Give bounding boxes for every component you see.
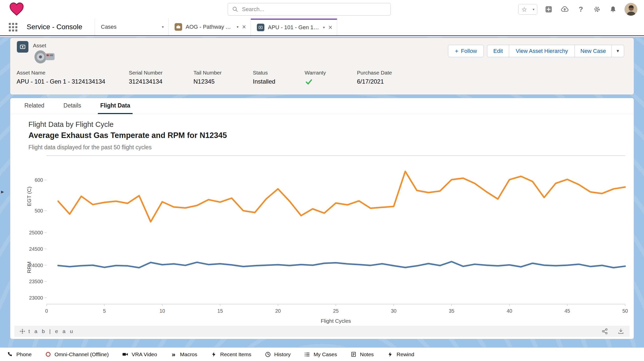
download-button[interactable] bbox=[617, 328, 625, 335]
field-purchase-date: Purchase Date 6/17/2021 bbox=[357, 70, 392, 85]
chevron-down-icon[interactable]: ▾ bbox=[237, 25, 239, 29]
svg-text:5: 5 bbox=[103, 308, 106, 314]
tableau-logo[interactable]: t a b | e a u bbox=[19, 328, 74, 334]
utility-label: Macros bbox=[180, 351, 197, 357]
global-search[interactable] bbox=[228, 3, 391, 16]
note-icon bbox=[350, 351, 357, 358]
setup-button[interactable] bbox=[592, 5, 602, 14]
field-value: APU - 101 - Gen 1 - 3124134134 bbox=[17, 78, 105, 85]
utility-label: Omni-Channel (Offline) bbox=[55, 351, 109, 357]
svg-text:0: 0 bbox=[45, 308, 48, 314]
tab-related[interactable]: Related bbox=[22, 98, 47, 114]
utility-notes[interactable]: Notes bbox=[350, 351, 374, 358]
field-asset-name: Asset Name APU - 101 - Gen 1 - 312413413… bbox=[17, 70, 105, 85]
edit-button[interactable]: Edit bbox=[487, 45, 509, 57]
record-tabs: Related Details Flight Data bbox=[10, 98, 634, 114]
chevron-down-icon[interactable]: ▾ bbox=[323, 25, 325, 30]
field-value: N12345 bbox=[193, 78, 222, 85]
help-button[interactable]: ? bbox=[576, 5, 586, 14]
svg-text:30: 30 bbox=[391, 308, 396, 314]
nav-tab-cases[interactable]: Cases ▾ bbox=[95, 19, 169, 35]
utility-vra-video[interactable]: VRA Video bbox=[122, 351, 157, 358]
omni-status-icon bbox=[45, 351, 52, 358]
gear-icon bbox=[593, 6, 601, 13]
chevron-right-icon: ▶ bbox=[1, 190, 4, 194]
notifications-button[interactable] bbox=[608, 5, 618, 14]
clock-icon bbox=[264, 351, 271, 358]
phone-icon bbox=[7, 351, 13, 358]
utility-omni-channel[interactable]: Omni-Channel (Offline) bbox=[45, 351, 109, 358]
close-tab-icon[interactable]: × bbox=[328, 24, 332, 31]
favorites-dropdown-icon[interactable]: ▾ bbox=[530, 4, 537, 14]
utility-recent-items[interactable]: Recent Items bbox=[210, 351, 251, 358]
utility-label: Rewind bbox=[397, 351, 414, 357]
tableau-plus-icon bbox=[19, 328, 25, 334]
app-launcher-icon[interactable] bbox=[9, 23, 18, 32]
tableau-wordmark: t a b | e a u bbox=[28, 328, 74, 334]
svg-text:23500: 23500 bbox=[29, 279, 43, 284]
quick-create-button[interactable] bbox=[544, 5, 553, 14]
heart-icon bbox=[9, 1, 25, 17]
chevron-down-icon: ▼ bbox=[616, 49, 620, 53]
plus-box-icon bbox=[545, 6, 552, 13]
svg-text:600: 600 bbox=[35, 177, 43, 183]
utility-label: Notes bbox=[360, 351, 374, 357]
utility-label: Phone bbox=[16, 351, 32, 357]
field-label: Tail Number bbox=[193, 70, 222, 76]
svg-text:45: 45 bbox=[565, 308, 570, 314]
flight-data-chart[interactable]: 500600EGT (C)2300023500240002450025000RP… bbox=[25, 154, 629, 325]
svg-text:24500: 24500 bbox=[29, 246, 43, 252]
nav-tab-aog-case[interactable]: AOG - Pathway Airli... ▾ × bbox=[169, 19, 251, 35]
tab-flight-data[interactable]: Flight Data bbox=[98, 98, 133, 114]
utility-rewind[interactable]: Rewind bbox=[387, 351, 414, 358]
field-label: Asset Name bbox=[17, 70, 105, 76]
field-label: Purchase Date bbox=[357, 70, 392, 76]
close-tab-icon[interactable]: × bbox=[242, 24, 246, 30]
asset-highlights-panel: Asset + Follow Edit View Asset Hierarchy… bbox=[10, 38, 634, 95]
field-label: Serial Number bbox=[129, 70, 163, 76]
more-actions-button[interactable]: ▼ bbox=[612, 45, 624, 57]
deploy-cloud-button[interactable] bbox=[560, 5, 570, 14]
tableau-footer-bar: t a b | e a u bbox=[14, 326, 630, 337]
rewind-bolt-icon bbox=[387, 351, 394, 358]
workspace-tabs: Cases ▾ AOG - Pathway Airli... ▾ × APU - bbox=[95, 19, 337, 35]
svg-text:15: 15 bbox=[217, 308, 223, 314]
new-case-button[interactable]: New Case bbox=[575, 45, 612, 57]
cloud-icon bbox=[561, 5, 569, 13]
warranty-check bbox=[305, 78, 326, 87]
utility-label: History bbox=[274, 351, 291, 357]
follow-button[interactable]: + Follow bbox=[448, 45, 484, 57]
record-actions-group: Edit View Asset Hierarchy New Case ▼ bbox=[487, 45, 624, 57]
share-button[interactable] bbox=[601, 328, 609, 335]
nav-tab-apu-asset[interactable]: APU - 101 - Gen 1 - ... ▾ × bbox=[251, 19, 337, 35]
svg-text:40: 40 bbox=[507, 308, 512, 314]
favorites-star-icon[interactable]: ☆ bbox=[518, 4, 530, 14]
macros-icon: » bbox=[170, 351, 177, 358]
chevron-down-icon[interactable]: ▾ bbox=[162, 25, 164, 29]
utility-phone[interactable]: Phone bbox=[7, 351, 32, 358]
svg-text:23000: 23000 bbox=[29, 295, 43, 301]
field-warranty: Warranty bbox=[305, 70, 326, 87]
entity-type-label: Asset bbox=[33, 43, 46, 49]
left-panel-toggle[interactable]: ▶ bbox=[0, 187, 5, 197]
plus-icon: + bbox=[455, 48, 458, 55]
field-status: Status Installed bbox=[253, 70, 275, 85]
utility-label: Recent Items bbox=[220, 351, 251, 357]
utility-macros[interactable]: » Macros bbox=[170, 351, 197, 358]
field-value: 6/17/2021 bbox=[357, 78, 392, 85]
utility-history[interactable]: History bbox=[264, 351, 291, 358]
svg-text:20: 20 bbox=[275, 308, 281, 314]
bell-icon bbox=[609, 6, 617, 13]
search-input[interactable] bbox=[242, 6, 386, 13]
field-value: Installed bbox=[253, 78, 275, 85]
utility-my-cases[interactable]: My Cases bbox=[304, 351, 337, 358]
svg-text:25: 25 bbox=[333, 308, 339, 314]
utility-bar: Phone Omni-Channel (Offline) VRA Video »… bbox=[0, 347, 644, 361]
view-asset-hierarchy-button[interactable]: View Asset Hierarchy bbox=[509, 45, 575, 57]
user-avatar[interactable] bbox=[624, 3, 637, 16]
global-header: ☆ ▾ ? bbox=[0, 0, 644, 19]
svg-text:50: 50 bbox=[622, 308, 628, 314]
company-logo-heart[interactable] bbox=[9, 1, 25, 17]
tab-details[interactable]: Details bbox=[61, 98, 84, 114]
asset-photo-thumbnail[interactable] bbox=[33, 49, 56, 65]
